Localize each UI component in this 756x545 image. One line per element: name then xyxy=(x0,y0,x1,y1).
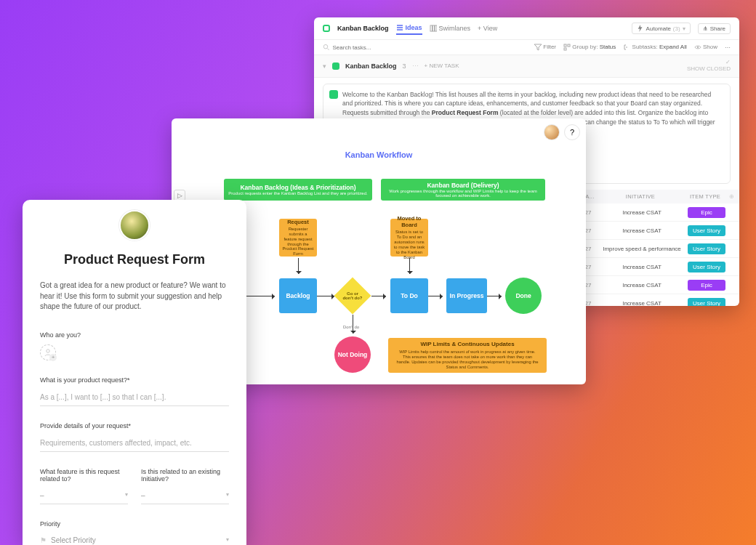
product-request-input[interactable] xyxy=(40,390,229,406)
question-who: Who are you? xyxy=(40,331,229,339)
arrow xyxy=(317,296,334,296)
feature-select[interactable]: – xyxy=(40,488,128,504)
arrow xyxy=(371,296,386,296)
search-input[interactable] xyxy=(333,44,528,51)
svg-point-8 xyxy=(47,349,49,352)
subtasks-button[interactable]: Subtasks: Expand All xyxy=(623,44,686,51)
cell-initiative: Increase CSAT xyxy=(598,227,685,234)
tab-swimlanes[interactable]: Swimlanes xyxy=(430,23,471,34)
new-task-button[interactable]: + NEW TASK xyxy=(425,62,459,69)
list-icon xyxy=(396,24,403,31)
arrow xyxy=(487,296,502,296)
eye-icon xyxy=(694,44,701,51)
view-toolbar: Filter Group by: Status Subtasks: Expand… xyxy=(314,40,739,55)
group-count: 3 xyxy=(403,62,406,70)
node-wip-note: WIP Limits & Continuous Updates WIP Limi… xyxy=(388,338,547,373)
node-not-doing: Not Doing xyxy=(334,336,371,373)
item-type-chip[interactable]: User Story xyxy=(688,262,725,272)
groupby-button[interactable]: Group by: Status xyxy=(563,44,616,51)
question-request: What is your product request?* xyxy=(40,376,229,384)
assignee-picker[interactable] xyxy=(40,344,56,360)
arrow xyxy=(353,315,353,334)
bolt-icon xyxy=(637,25,644,32)
arrow xyxy=(409,258,410,274)
arrow-label-dont-do: Don't do xyxy=(343,325,359,329)
task-search[interactable] xyxy=(323,44,527,51)
cell-initiative: Increase CSAT xyxy=(598,300,685,306)
flag-icon: ⚑ xyxy=(40,536,47,544)
list-color-swatch xyxy=(323,25,330,32)
item-type-chip[interactable]: User Story xyxy=(688,243,725,254)
svg-rect-1 xyxy=(433,25,435,31)
arrow xyxy=(428,296,443,296)
group-name: Kanban Backlog xyxy=(345,62,397,70)
item-type-chip[interactable]: User Story xyxy=(688,225,725,236)
priority-select[interactable]: ⚑Select Priority xyxy=(40,533,229,546)
node-inprogress: In Progress xyxy=(446,278,487,313)
person-icon xyxy=(44,348,52,357)
item-type-chip[interactable]: Epic xyxy=(688,207,725,218)
form-avatar xyxy=(119,210,150,241)
check-icon xyxy=(329,90,338,99)
group-icon xyxy=(563,44,571,51)
svg-point-7 xyxy=(697,47,699,48)
node-backlog: Backlog xyxy=(279,278,317,313)
automate-button[interactable]: Automate (3) ▾ xyxy=(632,23,691,34)
status-group-header: ▾ Kanban Backlog 3 ⋯ + NEW TASK ✓ SHOW C… xyxy=(314,55,739,78)
node-moved-to-board: Moved to Board Status is set to To Do an… xyxy=(390,219,428,257)
svg-rect-6 xyxy=(564,48,566,50)
play-icon: ▷ xyxy=(177,192,182,199)
item-type-chip[interactable]: Epic xyxy=(688,280,725,291)
help-icon: ? xyxy=(570,128,574,137)
question-details: Provide details of your request* xyxy=(40,422,229,429)
diagram-title: Kanban Workflow xyxy=(172,150,586,159)
svg-rect-2 xyxy=(435,25,437,31)
lane-board: Kanban Board (Delivery) Work progresses … xyxy=(381,179,545,201)
col-item-type[interactable]: ITEM TYPE xyxy=(684,193,726,200)
filter-button[interactable]: Filter xyxy=(534,44,556,51)
arrow xyxy=(298,258,299,274)
board-icon xyxy=(430,25,437,32)
group-more-icon[interactable]: ⋯ xyxy=(412,62,419,70)
initiative-select[interactable]: – xyxy=(141,488,229,504)
question-priority: Priority xyxy=(40,520,229,528)
help-button[interactable]: ? xyxy=(564,124,580,140)
svg-rect-4 xyxy=(564,44,566,47)
add-column-button[interactable]: ⊕ xyxy=(726,193,738,200)
cell-initiative: Improve speed & performance xyxy=(598,246,685,252)
svg-rect-0 xyxy=(430,25,433,31)
svg-point-3 xyxy=(323,44,328,49)
question-initiative: Is this related to an existing Initiativ… xyxy=(141,468,229,483)
arrow xyxy=(244,296,275,296)
share-icon: ⋔ xyxy=(703,25,708,32)
avatar[interactable] xyxy=(544,124,560,140)
show-button[interactable]: Show xyxy=(694,44,717,51)
app-tabs-bar: Kanban Backlog Ideas Swimlanes + View Au… xyxy=(314,17,739,40)
form-title: Product Request Form xyxy=(40,252,229,267)
status-color-badge xyxy=(332,62,339,70)
cell-initiative: Increase CSAT xyxy=(598,209,685,216)
details-input[interactable] xyxy=(40,436,229,452)
svg-rect-5 xyxy=(568,44,570,47)
list-title: Kanban Backlog xyxy=(337,25,389,32)
tab-add-view[interactable]: + View xyxy=(478,23,497,34)
col-initiative[interactable]: INITIATIVE xyxy=(597,193,684,200)
filter-icon xyxy=(534,44,542,51)
cell-initiative: Increase CSAT xyxy=(598,282,685,288)
tab-ideas[interactable]: Ideas xyxy=(396,22,422,35)
question-feature: What feature is this request related to? xyxy=(40,468,128,483)
more-button[interactable]: ⋯ xyxy=(725,44,731,51)
node-todo: To Do xyxy=(390,278,428,313)
lane-backlog: Kanban Backlog (Ideas & Prioritization) … xyxy=(224,179,372,201)
chevron-down-icon[interactable]: ▾ xyxy=(323,62,326,70)
search-icon xyxy=(323,44,330,51)
node-request: Request Requester submits a feature requ… xyxy=(279,219,317,257)
check-icon: ✓ xyxy=(725,59,731,65)
form-intro: Got a great idea for a new product or fe… xyxy=(40,280,229,312)
node-done: Done xyxy=(505,278,542,314)
product-request-form: Product Request Form Got a great idea fo… xyxy=(23,200,246,545)
item-type-chip[interactable]: User Story xyxy=(688,298,725,306)
node-decision: Go or don't do? xyxy=(334,278,371,315)
share-button[interactable]: ⋔ Share xyxy=(698,23,731,34)
show-closed-button[interactable]: ✓ SHOW CLOSED xyxy=(687,60,731,73)
